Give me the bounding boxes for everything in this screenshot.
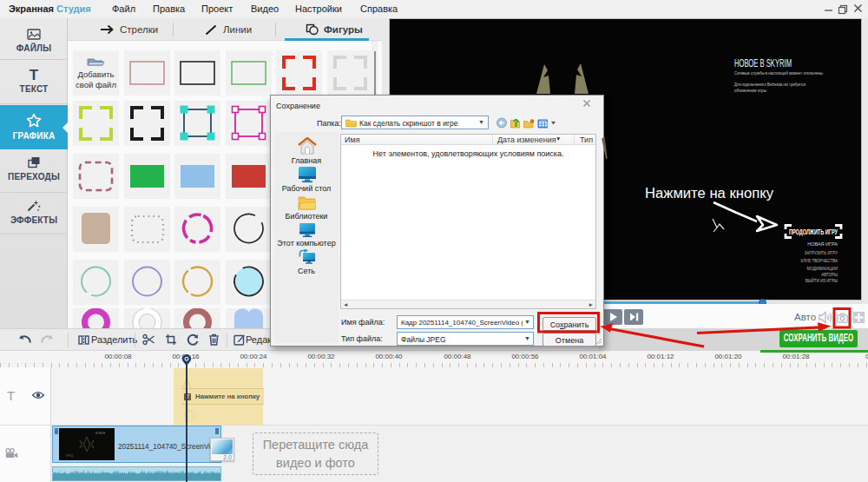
svg-text:обновление игры: обновление игры [734,88,766,93]
svg-text:КЛУБ ТВОРЧЕСТВА: КЛУБ ТВОРЧЕСТВА [801,259,838,263]
svg-text:Сетевые службы в настоящий мом: Сетевые службы в настоящий момент отключ… [734,70,824,76]
svg-text:ПРОДОЛЖИТЬ ИГРУ: ПРОДОЛЖИТЬ ИГРУ [789,228,838,236]
svg-text:Добавить: Добавить [78,69,115,79]
svg-text:ВЫЙТИ ИЗ ИГРЫ: ВЫЙТИ ИЗ ИГРЫ [806,277,838,283]
svg-text:Для подключения к Bethesda.net: Для подключения к Bethesda.net требуется [734,82,806,87]
svg-text:ЗАГРУЗИТЬ ИГРУ: ЗАГРУЗИТЬ ИГРУ [805,251,838,255]
svg-text:МОДИФИКАЦИИ: МОДИФИКАЦИИ [806,267,838,271]
svg-text:НОВОЕ В SKYRIM: НОВОЕ В SKYRIM [734,56,792,69]
svg-text:Нажмите на кнопку: Нажмите на кнопку [645,186,773,201]
svg-text:свой файл: свой файл [76,80,116,89]
svg-text:НОВАЯ ИГРА: НОВАЯ ИГРА [807,241,838,247]
svg-text:НОВОЕ: НОВОЕ [95,432,105,435]
svg-text:ПРОД: ПРОД [66,454,73,458]
svg-text:АВТОРЫ: АВТОРЫ [821,273,838,277]
